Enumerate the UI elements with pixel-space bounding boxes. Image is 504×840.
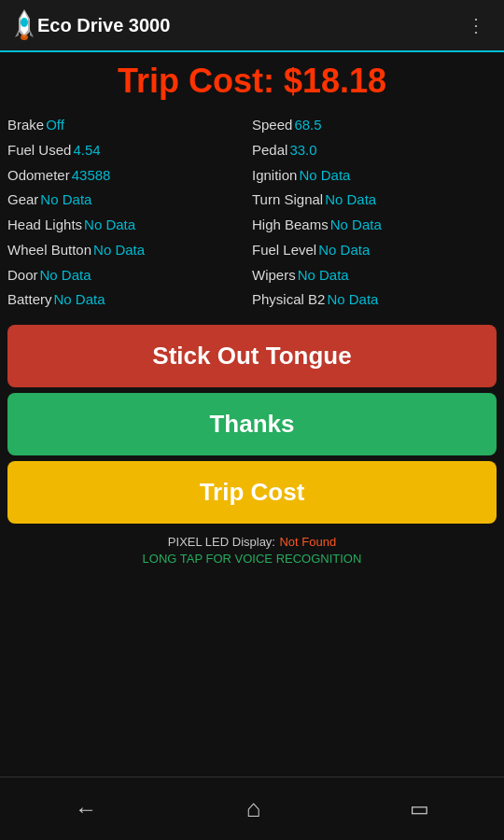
data-row: High BeamsNo Data [252, 214, 497, 237]
data-label: Turn Signal [252, 189, 323, 212]
data-value: No Data [40, 189, 91, 212]
main-content: Trip Cost: $18.18 BrakeOffFuel Used4.54O… [0, 52, 504, 777]
data-value: No Data [325, 189, 376, 212]
data-value: No Data [318, 239, 370, 262]
data-row: Speed68.5 [252, 114, 497, 137]
svg-marker-4 [30, 30, 34, 37]
home-icon: ⌂ [246, 794, 261, 823]
data-label: Brake [7, 114, 44, 137]
data-label: Battery [7, 288, 52, 312]
data-label: Gear [7, 189, 38, 212]
data-value: No Data [298, 264, 349, 287]
data-row: Pedal33.0 [252, 139, 497, 162]
data-label: Fuel Used [7, 139, 71, 162]
recents-button[interactable]: ▭ [391, 788, 448, 831]
data-value: No Data [327, 288, 378, 312]
data-row: GearNo Data [7, 189, 252, 212]
back-button[interactable]: ← [56, 787, 116, 832]
data-label: Wheel Button [7, 239, 91, 262]
svg-marker-3 [15, 30, 19, 37]
data-row: Fuel LevelNo Data [252, 239, 497, 262]
data-row: Fuel Used4.54 [7, 139, 252, 162]
data-label: Physical B2 [252, 288, 325, 312]
app-title: Eco Drive 3000 [37, 15, 459, 36]
data-grid: BrakeOffFuel Used4.54Odometer43588GearNo… [7, 114, 497, 312]
voice-recognition-hint[interactable]: LONG TAP FOR VOICE RECOGNITION [7, 552, 497, 566]
data-row: BatteryNo Data [7, 288, 252, 312]
pixel-led-label: PIXEL LED Display: [168, 535, 275, 549]
data-row: Odometer43588 [7, 164, 252, 188]
overflow-menu-icon[interactable]: ⋮ [459, 10, 493, 40]
pixel-led-value: Not Found [279, 535, 336, 549]
trip-cost-header: Trip Cost: $18.18 [7, 62, 497, 101]
footer-info: PIXEL LED Display: Not Found LONG TAP FO… [7, 533, 497, 566]
data-row: Physical B2No Data [252, 288, 497, 312]
stick-out-tongue-button[interactable]: Stick Out Tongue [7, 325, 497, 387]
svg-point-5 [21, 35, 28, 40]
data-value: No Data [54, 288, 105, 312]
data-value: Off [46, 114, 64, 137]
data-row: Turn SignalNo Data [252, 189, 497, 212]
data-row: Wheel ButtonNo Data [7, 239, 252, 262]
app-icon [11, 9, 37, 41]
data-column-right: Speed68.5Pedal33.0IgnitionNo DataTurn Si… [252, 114, 497, 312]
data-value: 33.0 [289, 139, 316, 162]
title-bar: Eco Drive 3000 ⋮ [0, 0, 504, 52]
data-label: Door [7, 264, 38, 287]
data-value: No Data [93, 239, 145, 262]
svg-point-2 [21, 18, 28, 27]
home-button[interactable]: ⌂ [228, 785, 280, 833]
data-column-left: BrakeOffFuel Used4.54Odometer43588GearNo… [7, 114, 252, 312]
data-value: 43588 [72, 164, 111, 188]
data-row: WipersNo Data [252, 264, 497, 287]
data-label: Fuel Level [252, 239, 316, 262]
nav-bar: ← ⌂ ▭ [0, 777, 504, 840]
data-label: Pedal [252, 139, 287, 162]
data-row: Head LightsNo Data [7, 214, 252, 237]
data-label: Head Lights [7, 214, 82, 237]
back-icon: ← [75, 796, 97, 822]
thanks-button[interactable]: Thanks [7, 393, 497, 455]
data-label: High Beams [252, 214, 329, 237]
trip-cost-button[interactable]: Trip Cost [7, 461, 497, 524]
data-row: BrakeOff [7, 114, 252, 137]
recents-icon: ▭ [410, 797, 429, 821]
data-label: Speed [252, 114, 292, 137]
data-row: DoorNo Data [7, 264, 252, 287]
data-value: No Data [330, 214, 382, 237]
buttons-section: Stick Out Tongue Thanks Trip Cost [7, 325, 497, 524]
data-row: IgnitionNo Data [252, 164, 497, 188]
data-label: Wipers [252, 264, 296, 287]
data-value: No Data [84, 214, 135, 237]
data-label: Ignition [252, 164, 297, 188]
data-value: 4.54 [73, 139, 100, 162]
data-value: 68.5 [294, 114, 321, 137]
data-label: Odometer [7, 164, 70, 188]
data-value: No Data [40, 264, 91, 287]
data-value: No Data [299, 164, 350, 188]
